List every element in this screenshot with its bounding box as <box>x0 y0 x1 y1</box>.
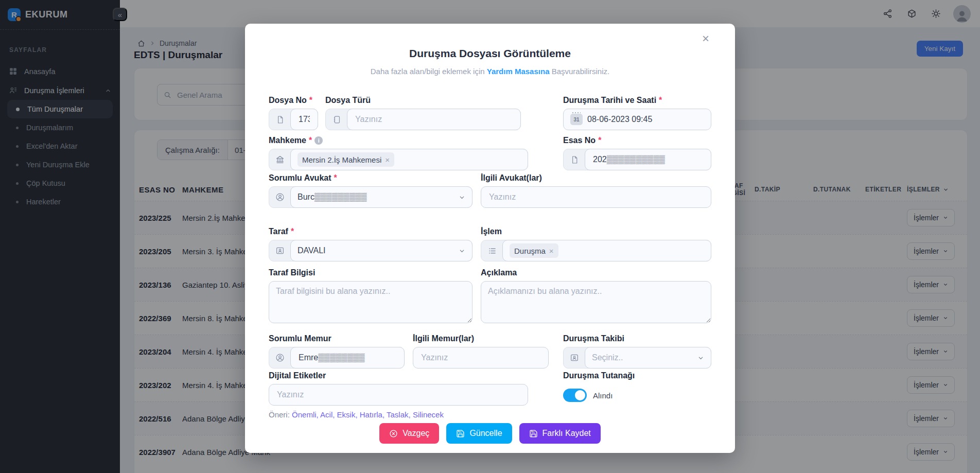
field-label-islem: İşlem <box>481 226 711 237</box>
taraf-select[interactable]: DAVALI <box>290 240 472 261</box>
field-label-durusma-tarihi: Duruşma Tarihi ve Saati* <box>563 95 711 106</box>
person-circle-icon <box>269 187 291 207</box>
esas-no-input[interactable] <box>592 154 704 165</box>
selected-tag: Mersin 2.İş Mahkemesi × <box>297 152 394 167</box>
file-icon <box>564 149 585 170</box>
toggle-state-label: Alındı <box>593 391 612 400</box>
field-label-mahkeme: Mahkeme* i <box>269 135 528 146</box>
mahkeme-multiselect[interactable]: Mersin 2.İş Mahkemesi × <box>290 149 528 170</box>
suggestion-link[interactable]: Önemli <box>292 410 320 419</box>
tutanak-toggle[interactable] <box>563 389 587 402</box>
remove-tag-icon[interactable]: × <box>549 247 554 255</box>
sorumlu-avukat-select[interactable]: Burc▒▒▒▒▒▒▒▒▒ <box>290 186 472 208</box>
aciklama-textarea[interactable] <box>481 281 711 323</box>
person-circle-icon <box>269 347 291 368</box>
calendar-icon: 31 <box>570 114 583 125</box>
chevron-down-icon <box>697 355 704 361</box>
courthouse-icon <box>269 149 291 170</box>
field-label-sorumlu-avukat: Sorumlu Avukat* <box>269 173 472 183</box>
dosya-turu-input[interactable] <box>354 114 514 125</box>
cancel-button[interactable]: Vazgeç <box>379 423 439 444</box>
field-label-dosya-turu: Dosya Türü <box>325 95 521 106</box>
suggestion-link[interactable]: Hatırla <box>360 410 387 419</box>
field-label-aciklama: Açıklama <box>481 268 711 278</box>
taraf-bilgisi-textarea[interactable] <box>269 281 472 323</box>
islem-multiselect[interactable]: Duruşma × <box>502 240 711 261</box>
remove-tag-icon[interactable]: × <box>385 155 390 164</box>
chevron-down-icon <box>459 248 465 254</box>
tag-suggestions: Öneri: ÖnemliAcilEksikHatırlaTaslakSilin… <box>269 410 528 419</box>
field-label-taraf: Taraf* <box>269 226 472 237</box>
modal-title: Duruşma Dosyası Görüntüleme <box>269 47 711 60</box>
suggestions-label: Öneri: <box>269 410 290 419</box>
field-label-taraf-bilgisi: Taraf Bilgisi <box>269 268 472 278</box>
dosya-no-input[interactable] <box>297 114 311 125</box>
help-desk-link[interactable]: Yardım Masasına <box>487 67 550 76</box>
subtitle-text: Başvurabilirsiniz. <box>552 67 610 76</box>
field-label-ilgili-avukat: İlgili Avukat(lar) <box>481 173 711 183</box>
x-circle-icon <box>389 429 398 438</box>
update-button[interactable]: Güncelle <box>446 423 512 444</box>
list-icon <box>481 240 503 261</box>
selected-tag: Duruşma × <box>510 243 558 258</box>
person-card-icon <box>269 240 291 261</box>
dijital-etiketler-input[interactable] <box>276 390 521 400</box>
modal-subtitle: Daha fazla alan/bilgi eklemek için Yardı… <box>269 67 711 76</box>
suggestion-link[interactable]: Silinecek <box>413 410 444 419</box>
field-label-durusma-takibi: Duruşma Takibi <box>563 334 711 344</box>
close-icon[interactable]: × <box>699 32 712 45</box>
chevron-down-icon <box>459 194 465 201</box>
save-icon <box>529 429 538 438</box>
ilgili-memur-input[interactable] <box>420 353 541 363</box>
save-icon <box>456 429 465 438</box>
field-label-dijital-etiketler: Dijital Etiketler <box>269 371 528 381</box>
suggestion-link[interactable]: Taslak <box>387 410 413 419</box>
field-label-dosya-no: Dosya No* <box>269 95 318 106</box>
journal-icon <box>326 109 347 130</box>
durusma-takibi-select[interactable]: Seçiniz.. <box>585 347 711 369</box>
suggestion-link[interactable]: Acil <box>320 410 337 419</box>
field-label-esas-no: Esas No* <box>563 135 711 146</box>
field-label-ilgili-memur: İlgili Memur(lar) <box>413 334 549 344</box>
sorumlu-memur-input[interactable] <box>297 353 397 363</box>
file-icon <box>269 109 291 130</box>
save-as-button[interactable]: Farklı Kaydet <box>519 423 601 444</box>
field-label-sorumlu-memur: Sorumlu Memur <box>269 334 405 344</box>
field-label-durusma-tutanagi: Duruşma Tutanağı <box>563 371 711 381</box>
person-card-icon <box>564 347 585 368</box>
hearing-file-modal: × Duruşma Dosyası Görüntüleme Daha fazla… <box>245 24 735 453</box>
suggestion-link[interactable]: Eksik <box>337 410 360 419</box>
subtitle-text: Daha fazla alan/bilgi eklemek için <box>371 67 485 76</box>
durusma-tarihi-input[interactable]: 31 08-06-2023 09:45 <box>563 109 711 130</box>
ilgili-avukat-input[interactable] <box>488 192 704 202</box>
info-icon[interactable]: i <box>314 136 323 145</box>
